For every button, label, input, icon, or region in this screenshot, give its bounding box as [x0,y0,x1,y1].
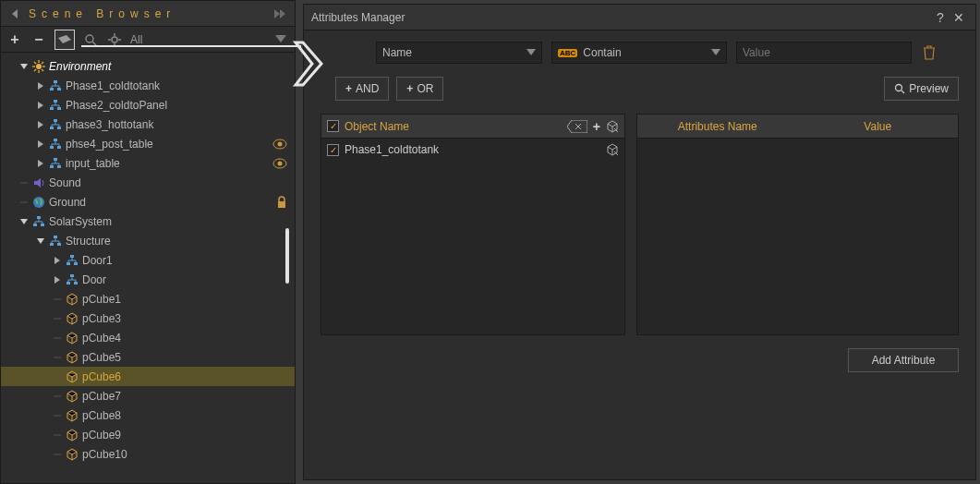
tree-row[interactable]: Environment [1,56,295,76]
expand-icon[interactable] [51,354,64,361]
row-checkbox[interactable]: ✓ [327,144,339,156]
lock-icon[interactable] [276,196,287,209]
scene-tree[interactable]: EnvironmentPhase1_coldtotankPhase2_coldt… [1,53,295,483]
expand-icon[interactable] [34,237,47,245]
expand-icon[interactable] [18,179,30,187]
expand-icon[interactable] [51,373,64,381]
filter-name-dropdown[interactable]: Name [376,42,542,64]
svg-rect-20 [50,107,54,110]
attributes-name-col: Attributes Name [637,120,798,133]
tree-row[interactable]: pCube4 [1,328,295,347]
visibility-eye-icon[interactable] [272,158,287,169]
clear-tag-icon[interactable] [567,120,587,133]
svg-rect-26 [50,146,54,149]
cube-icon [66,332,79,345]
plus-icon[interactable]: + [593,119,600,134]
expand-icon[interactable] [18,199,30,206]
expand-icon[interactable] [51,276,64,284]
or-button[interactable]: +OR [396,77,443,101]
object-row[interactable]: ✓Phase1_coldtotank [321,139,624,161]
tree-row[interactable]: pCube1 [1,289,295,309]
filter-value-input[interactable] [736,42,912,64]
filter-value-field[interactable] [743,46,905,59]
tree-row[interactable]: Door1 [1,250,295,270]
svg-rect-40 [33,224,37,226]
collapse-right-icon[interactable] [272,6,289,22]
expand-icon[interactable] [51,257,64,264]
preview-button[interactable]: Preview [884,77,959,101]
filter-contain-dropdown[interactable]: ABC Contain [551,42,727,64]
tree-row[interactable]: SolarSystem [1,212,295,231]
tree-row[interactable]: pCube10 [1,444,295,464]
scene-browser-toolbar: + − All [1,27,295,53]
svg-rect-45 [70,255,74,258]
svg-rect-18 [57,88,61,91]
svg-rect-31 [50,165,54,168]
attributes-header: Attributes Manager ? ✕ [304,5,975,30]
pick-cube-icon[interactable] [606,120,619,133]
tree-item-label: Phase2_coldtoPanel [66,99,167,112]
svg-point-29 [278,141,283,146]
svg-line-15 [34,69,36,71]
svg-rect-17 [50,88,54,91]
expand-icon[interactable] [51,412,64,419]
expand-icon[interactable] [34,102,47,109]
filter-dropdown-icon[interactable] [272,31,289,48]
cube-icon [66,351,79,364]
header-checkbox[interactable]: ✓ [327,120,339,132]
visibility-eye-icon[interactable] [272,139,287,150]
tree-row[interactable]: phase3_hottotank [1,115,295,134]
expand-icon[interactable] [51,431,64,439]
close-icon[interactable]: ✕ [950,10,968,25]
tree-row[interactable]: Structure [1,231,295,250]
expand-icon[interactable] [34,121,47,128]
tree-row[interactable]: pCube5 [1,347,295,367]
hier-icon [32,215,45,228]
add-attribute-button[interactable]: Add Attribute [848,348,959,372]
expand-icon[interactable] [18,218,30,225]
collapse-left-icon[interactable] [6,6,23,22]
tree-row[interactable]: pCube7 [1,386,295,405]
tree-row[interactable]: phse4_post_table [1,134,295,153]
svg-line-13 [42,69,43,71]
gear-icon[interactable] [106,31,123,48]
tree-item-label: pCube3 [82,312,121,325]
expand-icon[interactable] [18,63,30,70]
tree-row[interactable]: pCube8 [1,405,295,425]
svg-rect-32 [57,165,61,168]
tree-item-label: pCube9 [82,429,121,442]
help-icon[interactable]: ? [931,10,950,25]
and-button[interactable]: +AND [335,77,389,101]
tree-row[interactable]: pCube6 [1,367,295,386]
svg-rect-21 [57,107,61,110]
tree-row[interactable]: pCube3 [1,309,295,328]
pick-cube-icon[interactable] [606,143,619,156]
tree-row[interactable]: Ground [1,192,295,212]
tree-row[interactable]: Phase2_coldtoPanel [1,95,295,115]
svg-line-12 [34,62,36,64]
tree-row[interactable]: Door [1,270,295,289]
svg-rect-24 [57,127,61,129]
tree-item-label: pCube5 [82,351,121,364]
tree-row[interactable]: Sound [1,173,295,192]
tree-row[interactable]: input_table [1,153,295,173]
expand-icon[interactable] [51,334,64,342]
expand-icon[interactable] [51,296,64,303]
search-icon[interactable] [82,31,99,48]
tree-row[interactable]: pCube9 [1,425,295,444]
filter-all-label[interactable]: All [130,33,142,46]
expand-icon[interactable] [51,393,64,400]
add-icon[interactable]: + [6,31,23,48]
remove-icon[interactable]: − [30,31,47,48]
expand-icon[interactable] [34,140,47,148]
tree-row[interactable]: Phase1_coldtotank [1,76,295,95]
trash-icon[interactable] [921,44,938,61]
tag-tool-highlighted[interactable] [54,30,75,50]
expand-icon[interactable] [34,82,47,90]
expand-icon[interactable] [51,451,64,458]
expand-icon[interactable] [34,160,47,167]
expand-icon[interactable] [51,315,64,322]
attributes-list: Attributes Name Value [636,114,959,335]
value-col: Value [798,120,959,133]
abc-badge-icon: ABC [558,49,577,57]
